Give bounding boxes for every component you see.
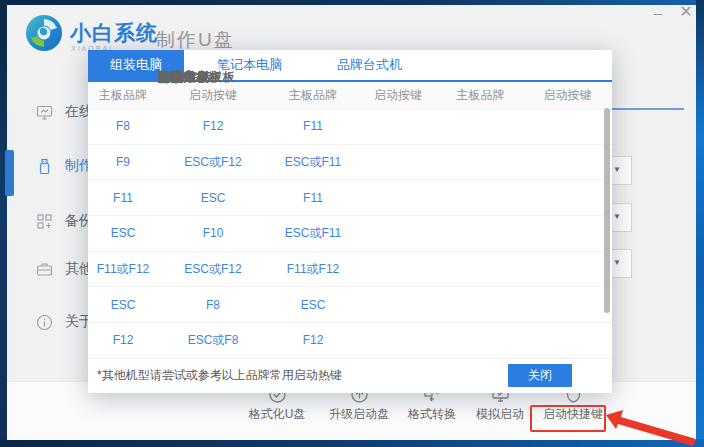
table-row: 双敏主板ESC翔升主板F10精英主板ESC或F11 <box>88 215 612 251</box>
info-icon <box>36 314 53 331</box>
boot-key-cell: ESC或F12 <box>158 261 268 278</box>
brand-cell: 致铭主板 <box>158 69 210 86</box>
close-dialog-button[interactable]: 关闭 <box>508 364 572 387</box>
boot-key-cell: ESC或F11 <box>268 225 358 242</box>
boot-key-cell: F11或F12 <box>268 261 358 278</box>
boot-key-cell: ESC <box>158 191 268 205</box>
close-window-button[interactable]: ✕ <box>677 4 695 19</box>
boot-key-cell: ESC <box>88 226 158 240</box>
usb-icon <box>36 158 53 175</box>
sidebar-active-indicator <box>5 150 14 196</box>
boot-key-cell: ESC <box>268 298 358 312</box>
dialog-scrollbar[interactable] <box>604 108 610 313</box>
column-header: 启动按键 <box>358 87 438 104</box>
boot-key-cell: F12 <box>158 119 268 133</box>
boot-key-cell: F10 <box>158 226 268 240</box>
column-header: 主板品牌 <box>268 87 358 104</box>
table-row: 映泰主板F9梅捷主板ESC或F12七彩虹主板ESC或F11 <box>88 144 612 180</box>
table-row: 冠盟主板F11或F12富士康主板ESC或F12顶星主板F11或F12 <box>88 251 612 287</box>
column-header: 启动按键 <box>158 87 268 104</box>
toolbar-item-label: 模拟启动 <box>476 406 524 423</box>
boot-key-cell: ESC或F11 <box>268 154 358 171</box>
boot-key-cell: ESC或F8 <box>158 332 268 349</box>
chevron-down-icon: ▼ <box>613 212 621 221</box>
window-border-right <box>696 0 704 447</box>
background-step-underline <box>600 108 684 110</box>
table-row: Intel主板F12杰微主板ESC或F8致铭主板F12 <box>88 322 612 358</box>
boot-key-cell: ESC或F12 <box>158 154 268 171</box>
column-header: 主板品牌 <box>88 87 158 104</box>
column-header: 主板品牌 <box>438 87 523 104</box>
hotkey-note: *其他机型请尝试或参考以上品牌常用启动热键 <box>97 367 342 384</box>
app-window: – ✕ 小白系统 XIAOBAI 制作U盘 在线重装 制作系统 <box>0 0 704 447</box>
boot-key-cell: F8 <box>88 119 158 133</box>
toolbar-item-label: 格式化U盘 <box>249 406 306 423</box>
window-border-top <box>0 0 704 5</box>
boot-key-cell: F8 <box>158 298 268 312</box>
boot-key-cell: F12 <box>268 333 358 347</box>
brand-name: 小白系统 <box>70 19 158 47</box>
boot-key-cell: F11 <box>88 191 158 205</box>
table-row: 铭瑄主板ESC盈通主板F8捷波主板ESC <box>88 286 612 322</box>
tab-brand-desktop[interactable]: 品牌台式机 <box>315 50 424 80</box>
chevron-down-icon: ▼ <box>613 165 621 174</box>
table-row: 华硕主板F8技嘉主板F12微星主板F11 <box>88 108 612 144</box>
hotkey-table-body: 华硕主板F8技嘉主板F12微星主板F11映泰主板F9梅捷主板ESC或F12七彩虹… <box>88 108 612 358</box>
app-logo <box>25 14 63 56</box>
highlight-box <box>530 405 606 432</box>
grid-icon <box>36 213 53 230</box>
toolbar-item-label: 格式转换 <box>408 406 456 423</box>
column-header: 启动按键 <box>523 87 612 104</box>
boot-key-cell: F9 <box>88 155 158 169</box>
boot-key-cell: ESC <box>88 298 158 312</box>
boot-key-cell: F11 <box>268 191 358 205</box>
window-border-bottom <box>0 439 704 447</box>
boot-key-cell: F12 <box>88 333 158 347</box>
boot-key-cell: F11 <box>268 119 358 133</box>
boot-key-cell: F11或F12 <box>88 261 158 278</box>
briefcase-icon <box>36 261 53 278</box>
dialog-footer: *其他机型请尝试或参考以上品牌常用启动热键 关闭 <box>88 358 612 392</box>
boot-hotkey-dialog: 组装电脑 笔记本电脑 品牌台式机 主板品牌 启动按键 主板品牌 启动按键 主板品… <box>88 50 612 393</box>
minimize-button[interactable]: – <box>649 5 667 20</box>
window-border-left <box>0 0 7 447</box>
chevron-down-icon: ▼ <box>613 258 621 267</box>
monitor-icon <box>36 104 53 121</box>
table-row: 华擎主板F11斯巴达克主板ESC昂达主板F11 <box>88 179 612 215</box>
toolbar-item-label: 升级启动盘 <box>329 406 389 423</box>
